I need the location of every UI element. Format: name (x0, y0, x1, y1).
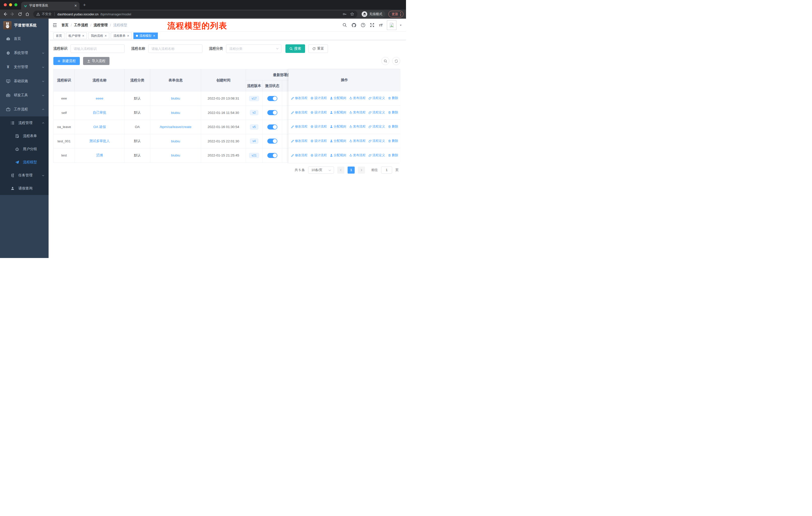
design-process-link[interactable]: 设计流程 (310, 153, 327, 158)
active-toggle[interactable] (267, 96, 278, 101)
version-badge[interactable]: v5 (250, 125, 258, 130)
assign-rule-link[interactable]: 分配规则 (330, 125, 346, 129)
tag-close-icon[interactable]: ✕ (127, 34, 129, 37)
tag-process-form[interactable]: 流程表单✕ (111, 32, 132, 39)
delete-link[interactable]: 删除 (388, 153, 398, 158)
sidebar-item-user-group[interactable]: 用户分组 (0, 143, 49, 156)
close-window-button[interactable] (4, 3, 7, 6)
password-key-icon[interactable] (342, 12, 347, 17)
sidebar-item-leave-query[interactable]: 请假查询 (0, 182, 49, 195)
form-link[interactable]: biubiu (171, 97, 180, 100)
process-definition-link[interactable]: 流程定义 (369, 110, 385, 115)
version-badge[interactable]: v17 (249, 96, 259, 101)
filter-name-input[interactable] (148, 44, 202, 53)
tag-my-process[interactable]: 我的流程✕ (88, 32, 109, 39)
import-process-button[interactable]: 导入流程 (83, 57, 110, 65)
refresh-table-button[interactable] (392, 57, 400, 65)
version-badge[interactable]: v21 (249, 153, 259, 158)
next-page-button[interactable] (358, 166, 365, 173)
tag-tenant[interactable]: 租户管理✕ (66, 32, 87, 39)
version-badge[interactable]: v4 (250, 139, 258, 144)
active-toggle[interactable] (267, 110, 278, 115)
modify-process-link[interactable]: 修改流程 (291, 139, 308, 143)
sidebar-item-task-mgmt[interactable]: 任务管理 (0, 169, 49, 182)
help-icon[interactable] (361, 23, 366, 27)
sidebar-item-process-form[interactable]: 流程表单 (0, 130, 49, 143)
search-icon[interactable] (342, 23, 347, 27)
breadcrumb-home[interactable]: 首页 (61, 23, 68, 27)
toggle-search-button[interactable] (381, 57, 389, 65)
form-link[interactable]: biubiu (171, 111, 180, 115)
modify-process-link[interactable]: 修改流程 (291, 125, 308, 129)
sidebar-item-home[interactable]: 首页 (0, 32, 49, 46)
form-link[interactable]: biubiu (171, 139, 180, 143)
delete-link[interactable]: 删除 (388, 139, 398, 143)
process-definition-link[interactable]: 流程定义 (369, 125, 385, 129)
back-icon[interactable] (2, 11, 7, 17)
modify-process-link[interactable]: 修改流程 (291, 110, 308, 115)
sidebar-item-infra[interactable]: 基础设施 (0, 74, 49, 88)
new-tab-button[interactable]: + (83, 2, 86, 8)
zoom-window-button[interactable] (14, 3, 18, 6)
active-toggle[interactable] (267, 139, 278, 144)
assign-rule-link[interactable]: 分配规则 (330, 110, 346, 115)
active-toggle[interactable] (267, 153, 278, 158)
github-icon[interactable] (351, 23, 356, 28)
version-badge[interactable]: v2 (250, 110, 258, 115)
delete-link[interactable]: 删除 (388, 110, 398, 115)
process-definition-link[interactable]: 流程定义 (369, 153, 385, 158)
publish-process-link[interactable]: 发布流程 (349, 96, 366, 100)
goto-page-input[interactable] (381, 166, 392, 173)
design-process-link[interactable]: 设计流程 (310, 96, 327, 100)
chrome-update-button[interactable]: 更新 (388, 11, 404, 18)
breadcrumb-workflow[interactable]: 工作流程 (74, 23, 88, 27)
tag-close-icon[interactable]: ✕ (105, 34, 107, 37)
fullscreen-icon[interactable] (370, 23, 375, 27)
sidebar-item-workflow[interactable]: 工作流程 (0, 102, 49, 116)
assign-rule-link[interactable]: 分配规则 (330, 96, 346, 100)
user-avatar[interactable] (387, 20, 397, 30)
active-toggle[interactable] (267, 125, 278, 130)
search-button[interactable]: 搜索 (285, 44, 305, 53)
delete-link[interactable]: 删除 (388, 125, 398, 129)
reload-icon[interactable] (18, 12, 22, 17)
minimize-window-button[interactable] (9, 3, 12, 6)
prev-page-button[interactable] (337, 166, 344, 173)
tag-close-icon[interactable]: ✕ (153, 34, 155, 37)
publish-process-link[interactable]: 发布流程 (349, 139, 366, 143)
sidebar-item-pay[interactable]: ¥ 支付管理 (0, 60, 49, 74)
home-icon[interactable] (25, 12, 30, 17)
form-link[interactable]: biubiu (171, 154, 180, 157)
publish-process-link[interactable]: 发布流程 (349, 125, 366, 129)
model-name-link[interactable]: 滔博 (96, 153, 103, 158)
sidebar-item-process-model[interactable]: 流程模型 (0, 156, 49, 169)
sidebar-item-devtools[interactable]: 研发工具 (0, 88, 49, 102)
modify-process-link[interactable]: 修改流程 (291, 96, 308, 100)
app-logo[interactable]: 芋道管理系统 (0, 19, 49, 32)
browser-menu-icon[interactable] (400, 12, 401, 16)
macos-traffic-lights[interactable] (4, 3, 18, 6)
publish-process-link[interactable]: 发布流程 (349, 153, 366, 158)
filter-key-input[interactable] (70, 44, 124, 53)
reset-button[interactable]: 重置 (308, 44, 328, 53)
process-definition-link[interactable]: 流程定义 (369, 139, 385, 143)
assign-rule-link[interactable]: 分配规则 (330, 153, 346, 158)
font-size-icon[interactable]: ᴛT (379, 23, 383, 27)
modify-process-link[interactable]: 修改流程 (291, 153, 308, 158)
sidebar-collapse-icon[interactable] (52, 23, 57, 28)
tab-close-icon[interactable]: ✕ (74, 4, 77, 7)
sidebar-item-system[interactable]: 系统管理 (0, 46, 49, 60)
publish-process-link[interactable]: 发布流程 (349, 110, 366, 115)
model-name-link[interactable]: eeee (96, 97, 103, 100)
process-definition-link[interactable]: 流程定义 (369, 96, 385, 100)
tag-process-model[interactable]: 流程模型✕ (134, 32, 158, 39)
design-process-link[interactable]: 设计流程 (310, 125, 327, 129)
sidebar-item-process-mgmt[interactable]: 流程管理 (0, 116, 49, 130)
bookmark-star-icon[interactable] (350, 12, 354, 17)
browser-tab[interactable]: 芋道管理系统 ✕ (21, 2, 80, 9)
assign-rule-link[interactable]: 分配规则 (330, 139, 346, 143)
model-name-link[interactable]: OA 请假 (93, 125, 106, 129)
create-process-button[interactable]: 新建流程 (53, 57, 80, 65)
tag-home[interactable]: 首页 (53, 32, 64, 39)
model-name-link[interactable]: 测试多审批人 (89, 139, 110, 143)
